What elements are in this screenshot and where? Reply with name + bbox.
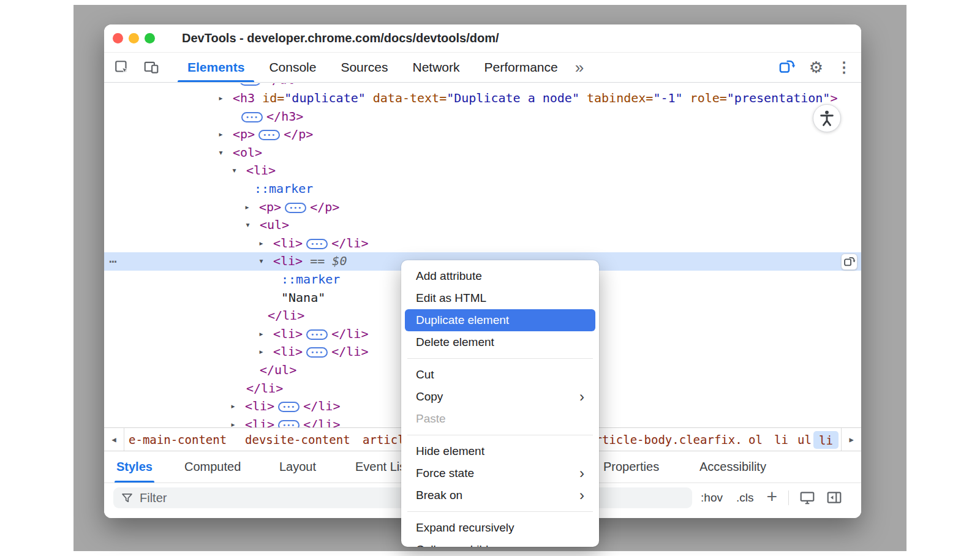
collapsed-content-icon[interactable]: ••• xyxy=(306,239,328,249)
styles-tab-layout[interactable]: Layout xyxy=(279,451,316,483)
window-title: DevTools - developer.chrome.com/docs/dev… xyxy=(182,31,499,45)
dom-token-tag: <li> xyxy=(245,417,274,427)
dom-tree-row[interactable]: ::marker xyxy=(104,180,861,198)
dom-tree-row[interactable]: ▸<li>•••</li> xyxy=(104,235,861,253)
more-tabs-icon[interactable]: » xyxy=(570,53,587,82)
toggle-sidebar-icon[interactable] xyxy=(821,490,848,506)
settings-gear-icon[interactable]: ⚙ xyxy=(809,59,823,75)
breadcrumb-scroll-left-icon[interactable]: ◀ xyxy=(104,428,124,451)
tab-performance[interactable]: Performance xyxy=(472,53,570,82)
dom-token-attr: tabindex= xyxy=(579,91,653,105)
dom-token-tag: </li> xyxy=(268,308,304,323)
collapsed-content-icon[interactable]: ••• xyxy=(285,203,306,213)
menu-item-label: Copy xyxy=(416,390,443,404)
dom-tree-row[interactable]: ▸<p>•••</p> xyxy=(104,126,861,144)
title-bar: DevTools - developer.chrome.com/docs/dev… xyxy=(104,24,861,53)
expand-arrow-icon[interactable]: ▸ xyxy=(258,235,264,253)
expand-arrow-icon[interactable]: ▸ xyxy=(218,126,224,144)
breadcrumb-item[interactable]: ol xyxy=(748,428,763,451)
node-more-actions-icon[interactable]: ⋯ xyxy=(109,252,117,271)
minimize-window-button[interactable] xyxy=(129,33,139,43)
tab-sources[interactable]: Sources xyxy=(328,53,400,82)
collapse-arrow-icon[interactable]: ▾ xyxy=(218,144,224,162)
expand-arrow-icon[interactable]: ▸ xyxy=(230,416,236,427)
menu-item-label: Edit as HTML xyxy=(416,291,486,305)
collapse-arrow-icon[interactable]: ▾ xyxy=(258,252,264,271)
dom-tree-row[interactable]: ▾<li> xyxy=(104,162,861,180)
dom-token-val: "Duplicate a node" xyxy=(447,91,579,105)
breadcrumb-item-selected[interactable]: li xyxy=(813,431,839,449)
expand-arrow-icon[interactable]: ▸ xyxy=(258,325,264,344)
device-toolbar-icon[interactable] xyxy=(143,59,159,75)
menu-item-label: Cut xyxy=(416,368,434,381)
dom-tree-row[interactable]: ▸<p>•••</p> xyxy=(104,198,861,217)
desktop-background: DevTools - developer.chrome.com/docs/dev… xyxy=(74,5,907,551)
dom-token-sel: == $0 xyxy=(303,254,347,268)
menu-item-collapse-children[interactable]: Collapse children xyxy=(401,539,599,547)
styles-tab-computed[interactable]: Computed xyxy=(184,451,241,483)
rendering-emulations-icon[interactable] xyxy=(794,490,821,506)
expand-arrow-icon[interactable]: ▸ xyxy=(244,198,250,217)
menu-item-hide-element[interactable]: Hide element xyxy=(401,440,599,462)
styles-tab-properties[interactable]: Properties xyxy=(603,451,659,483)
collapsed-content-icon[interactable]: ••• xyxy=(306,347,328,358)
toggle-classes-button[interactable]: .cls xyxy=(729,491,761,505)
dom-token-tag: </li> xyxy=(331,326,368,341)
dom-token-attr: data-text= xyxy=(366,91,447,105)
tab-elements[interactable]: Elements xyxy=(175,53,257,82)
menu-item-delete-element[interactable]: Delete element xyxy=(401,331,599,353)
menu-item-label: Expand recursively xyxy=(416,521,514,535)
breadcrumb-item[interactable]: ul xyxy=(797,428,812,451)
dom-token-marker: ::marker xyxy=(281,272,340,287)
square-with-arrow-badge-icon[interactable] xyxy=(841,254,858,270)
menu-item-add-attribute[interactable]: Add attribute xyxy=(401,265,599,287)
collapsed-content-icon[interactable]: ••• xyxy=(239,83,261,86)
menu-item-label: Break on xyxy=(416,489,462,502)
collapsed-content-icon[interactable]: ••• xyxy=(306,329,328,340)
collapse-arrow-icon[interactable]: ▾ xyxy=(245,216,251,235)
dom-tree-row[interactable]: •••</ul> xyxy=(104,83,861,89)
collapsed-content-icon[interactable]: ••• xyxy=(278,402,300,412)
dom-tree-row[interactable]: ▾<ol> xyxy=(104,144,861,162)
menu-item-break-on[interactable]: Break on› xyxy=(401,484,599,506)
collapse-arrow-icon[interactable]: ▾ xyxy=(232,162,237,180)
expand-arrow-icon[interactable]: ▸ xyxy=(230,397,236,416)
dom-token-tag: <li> xyxy=(245,399,274,413)
expand-arrow-icon[interactable]: ▸ xyxy=(258,343,264,361)
breadcrumb-scroll-right-icon[interactable]: ▶ xyxy=(841,428,861,451)
menu-item-label: Hide element xyxy=(416,445,484,458)
breadcrumb-item[interactable]: li xyxy=(774,428,788,451)
dom-token-attr: role= xyxy=(683,91,727,105)
close-window-button[interactable] xyxy=(113,33,123,43)
dom-tree-row[interactable]: ▸<h3 id="duplicate" data-text="Duplicate… xyxy=(104,89,861,108)
new-style-rule-button[interactable]: + xyxy=(760,486,783,509)
inspect-element-icon[interactable] xyxy=(114,59,130,75)
breadcrumb-item[interactable]: e-main-content xyxy=(129,428,227,451)
dom-token-tag: </ul> xyxy=(260,363,296,377)
menu-item-expand-recursively[interactable]: Expand recursively xyxy=(401,517,599,539)
tab-network[interactable]: Network xyxy=(400,53,472,82)
submenu-chevron-icon: › xyxy=(579,389,584,404)
square-with-arrow-icon[interactable] xyxy=(778,59,796,76)
menu-item-copy[interactable]: Copy› xyxy=(401,386,599,408)
styles-tab-accessibility[interactable]: Accessibility xyxy=(699,451,766,483)
dom-token-tag: <h3 xyxy=(233,91,255,105)
more-options-kebab-icon[interactable]: ⋮ xyxy=(837,60,851,75)
breadcrumb-item[interactable]: devsite-content xyxy=(245,428,350,451)
accessibility-person-icon[interactable] xyxy=(813,104,841,132)
collapsed-content-icon[interactable]: ••• xyxy=(258,130,280,140)
menu-item-force-state[interactable]: Force state› xyxy=(401,462,599,484)
menu-item-duplicate-element[interactable]: Duplicate element xyxy=(405,309,595,331)
zoom-window-button[interactable] xyxy=(145,33,155,43)
breadcrumb-item[interactable]: article-body.clearfix. xyxy=(588,428,742,451)
collapsed-content-icon[interactable]: ••• xyxy=(241,112,263,122)
collapsed-content-icon[interactable]: ••• xyxy=(278,420,300,427)
menu-item-cut[interactable]: Cut xyxy=(401,364,599,386)
toggle-pseudo-states-button[interactable]: :hov xyxy=(694,491,729,505)
dom-tree-row[interactable]: •••</h3> xyxy=(104,108,861,126)
tab-console[interactable]: Console xyxy=(257,53,328,82)
menu-item-edit-as-html[interactable]: Edit as HTML xyxy=(401,287,599,309)
expand-arrow-icon[interactable]: ▸ xyxy=(218,89,224,108)
dom-tree-row[interactable]: ▾<ul> xyxy=(104,216,861,235)
styles-tab-styles[interactable]: Styles xyxy=(116,451,153,483)
